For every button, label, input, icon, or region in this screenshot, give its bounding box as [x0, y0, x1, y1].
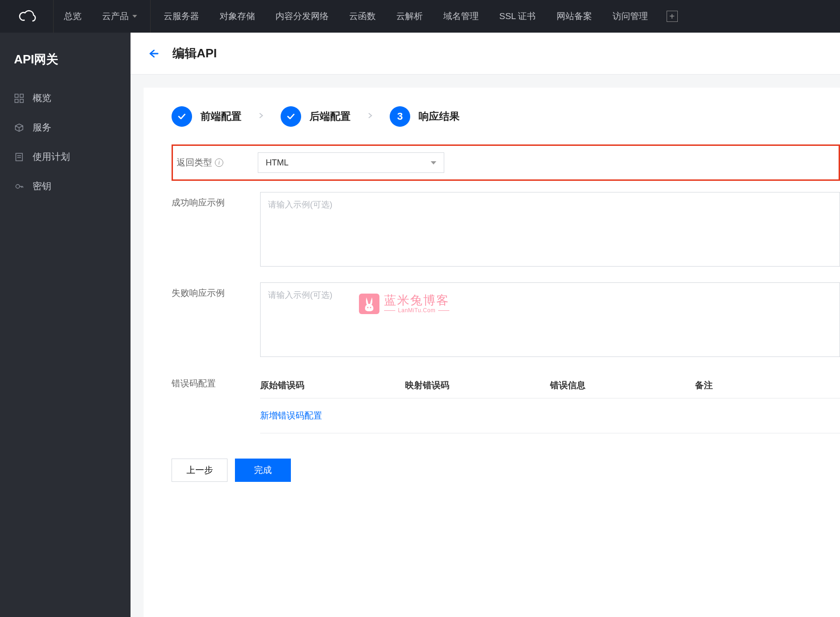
sidebar-item-overview[interactable]: 概览 [0, 83, 131, 113]
return-type-select[interactable]: HTML [258, 152, 444, 173]
svg-rect-1 [20, 94, 23, 97]
nav-beian[interactable]: 网站备案 [546, 0, 602, 33]
arrow-left-icon [146, 47, 159, 60]
fail-example-label: 失败响应示例 [172, 282, 260, 299]
grid-icon [14, 93, 24, 103]
return-type-row: 返回类型 i HTML [172, 144, 840, 181]
chevron-right-icon [257, 112, 265, 121]
svg-rect-3 [20, 99, 23, 103]
sidebar-item-label: 密钥 [33, 180, 51, 192]
page-header: 编辑API [131, 33, 840, 75]
sidebar: API网关 概览 服务 使用计划 密钥 [0, 33, 131, 617]
nav-ssl[interactable]: SSL 证书 [489, 0, 546, 33]
sidebar-item-service[interactable]: 服务 [0, 113, 131, 142]
error-codes-row: 错误码配置 原始错误码 映射错误码 错误信息 备注 新增错误码配置 [172, 373, 840, 433]
finish-button[interactable]: 完成 [235, 459, 291, 482]
nav-cdn[interactable]: 内容分发网络 [265, 0, 339, 33]
nav-dns[interactable]: 云解析 [386, 0, 433, 33]
nav-domain[interactable]: 域名管理 [433, 0, 489, 33]
step-response[interactable]: 3 响应结果 [390, 106, 460, 127]
col-original: 原始错误码 [260, 379, 405, 391]
fail-example-row: 失败响应示例 [172, 282, 840, 359]
wizard-steps: 前端配置 后端配置 3 响应结果 [172, 106, 840, 127]
cloud-logo[interactable] [0, 0, 54, 33]
info-icon[interactable]: i [215, 158, 223, 167]
nav-cos[interactable]: 对象存储 [209, 0, 265, 33]
step-number-badge: 3 [390, 106, 410, 127]
step-frontend[interactable]: 前端配置 [172, 106, 241, 127]
key-icon [14, 181, 24, 192]
chevron-right-icon [366, 112, 374, 121]
return-type-label: 返回类型 i [173, 157, 258, 169]
nav-scf[interactable]: 云函数 [339, 0, 386, 33]
sidebar-title: API网关 [0, 48, 131, 83]
sidebar-item-plan[interactable]: 使用计划 [0, 142, 131, 171]
sidebar-item-key[interactable]: 密钥 [0, 171, 131, 201]
svg-point-7 [16, 185, 20, 188]
doc-icon [14, 152, 24, 162]
success-example-label: 成功响应示例 [172, 192, 260, 209]
back-button[interactable] [146, 47, 159, 60]
col-mapped: 映射错误码 [405, 379, 550, 391]
step-backend[interactable]: 后端配置 [281, 106, 351, 127]
prev-button[interactable]: 上一步 [172, 459, 227, 482]
sidebar-item-label: 概览 [33, 92, 51, 104]
main: 编辑API 前端配置 后端配置 [131, 33, 840, 617]
select-value: HTML [266, 158, 289, 168]
fail-example-input[interactable] [260, 282, 840, 357]
nav-cvm[interactable]: 云服务器 [153, 0, 209, 33]
svg-rect-2 [15, 99, 18, 103]
error-codes-header: 原始错误码 映射错误码 错误信息 备注 [260, 373, 840, 398]
cloud-icon [17, 7, 36, 26]
add-shortcut-button[interactable]: + [667, 11, 678, 22]
cube-icon [14, 123, 24, 133]
col-message: 错误信息 [550, 379, 695, 391]
svg-rect-4 [16, 153, 22, 161]
check-icon [281, 106, 301, 127]
error-codes-add: 新增错误码配置 [260, 398, 840, 433]
nav-cam[interactable]: 访问管理 [602, 0, 658, 33]
col-remark: 备注 [695, 379, 840, 391]
page-title: 编辑API [172, 45, 217, 62]
add-error-code-link[interactable]: 新增错误码配置 [260, 411, 322, 420]
nav-overview[interactable]: 总览 [54, 0, 92, 33]
success-example-input[interactable] [260, 192, 840, 267]
check-icon [172, 106, 192, 127]
chevron-down-icon [431, 161, 436, 165]
content-card: 前端配置 后端配置 3 响应结果 [144, 88, 840, 617]
topbar: 总览 云产品 云服务器 对象存储 内容分发网络 云函数 云解析 域名管理 SSL… [0, 0, 840, 33]
success-example-row: 成功响应示例 [172, 192, 840, 268]
footer-buttons: 上一步 完成 [172, 459, 840, 482]
svg-rect-0 [15, 94, 18, 97]
divider [150, 0, 151, 33]
nav-products[interactable]: 云产品 [92, 0, 147, 33]
sidebar-item-label: 服务 [33, 121, 51, 134]
sidebar-item-label: 使用计划 [33, 151, 70, 163]
plus-icon: + [669, 12, 675, 21]
error-codes-label: 错误码配置 [172, 373, 260, 390]
chevron-down-icon [132, 15, 137, 18]
